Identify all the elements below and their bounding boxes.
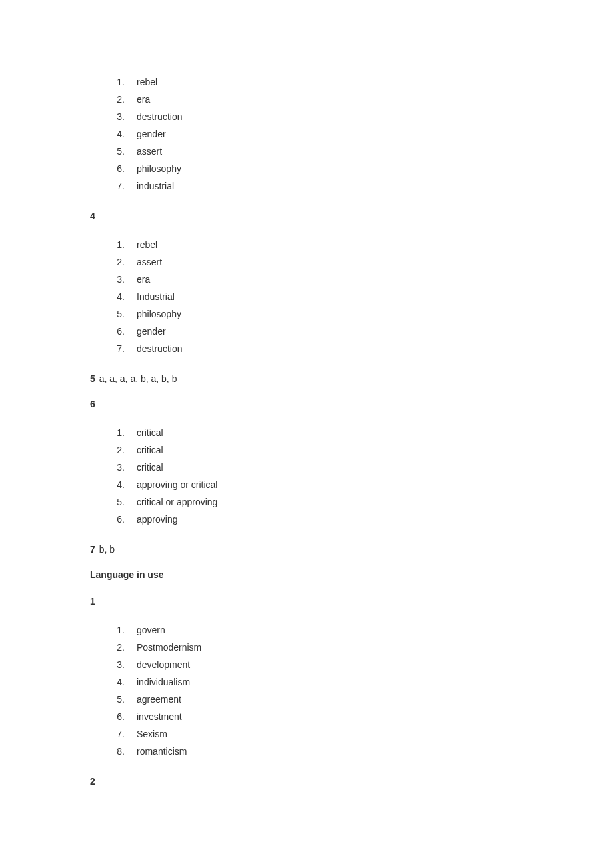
list-item: 4.gender: [90, 125, 523, 143]
item-number: 6.: [90, 163, 137, 174]
item-text: era: [137, 94, 523, 105]
item-text: Industrial: [137, 291, 523, 302]
list-item: 3.era: [90, 271, 523, 288]
item-text: rebel: [137, 77, 523, 87]
item-number: 7.: [90, 729, 137, 739]
list-item: 5.assert: [90, 143, 523, 160]
question-heading-1: 1: [90, 596, 523, 607]
item-text: destruction: [137, 343, 523, 354]
item-text: govern: [137, 625, 523, 635]
item-number: 6.: [90, 711, 137, 722]
answer-text: a, a, a, a, b, a, b, b: [97, 373, 177, 384]
list-item: 1.govern: [90, 621, 523, 639]
item-text: industrial: [137, 181, 523, 191]
list-item: 6.approving: [90, 511, 523, 528]
item-text: assert: [137, 257, 523, 267]
list-item: 7.Sexism: [90, 725, 523, 743]
item-number: 7.: [90, 343, 137, 354]
question-7: 7 b, b: [90, 544, 523, 555]
question-number: 5: [90, 373, 95, 384]
answer-list-3: 1.rebel 2.era 3.destruction 4.gender 5.a…: [90, 73, 523, 195]
list-item: 5.critical or approving: [90, 493, 523, 511]
list-item: 5.agreement: [90, 691, 523, 708]
item-text: gender: [137, 129, 523, 139]
item-number: 3.: [90, 274, 137, 285]
section-title: Language in use: [90, 569, 523, 580]
item-text: investment: [137, 711, 523, 722]
item-number: 3.: [90, 462, 137, 473]
list-item: 1.critical: [90, 424, 523, 441]
question-number: 7: [90, 544, 95, 555]
list-item: 4.individualism: [90, 673, 523, 691]
item-text: Sexism: [137, 729, 523, 739]
list-item: 3.destruction: [90, 108, 523, 125]
list-item: 4.approving or critical: [90, 476, 523, 493]
item-number: 8.: [90, 746, 137, 757]
list-item: 3.critical: [90, 459, 523, 476]
item-text: development: [137, 659, 523, 670]
list-item: 7.industrial: [90, 177, 523, 195]
item-number: 4.: [90, 677, 137, 687]
item-number: 1.: [90, 239, 137, 250]
answer-list-1b: 1.govern 2.Postmodernism 3.development 4…: [90, 621, 523, 760]
item-number: 2.: [90, 445, 137, 455]
item-text: critical: [137, 445, 523, 455]
item-number: 1.: [90, 77, 137, 87]
question-heading-2: 2: [90, 776, 523, 787]
list-item: 2.critical: [90, 441, 523, 459]
item-text: approving or critical: [137, 479, 523, 490]
list-item: 2.assert: [90, 253, 523, 271]
item-number: 1.: [90, 427, 137, 438]
item-number: 6.: [90, 514, 137, 525]
question-5: 5 a, a, a, a, b, a, b, b: [90, 373, 523, 384]
item-text: critical: [137, 427, 523, 438]
answer-text: b, b: [97, 544, 115, 555]
item-number: 4.: [90, 479, 137, 490]
answer-list-4: 1.rebel 2.assert 3.era 4.Industrial 5.ph…: [90, 236, 523, 357]
item-number: 2.: [90, 94, 137, 105]
list-item: 7.destruction: [90, 340, 523, 357]
item-number: 3.: [90, 659, 137, 670]
item-text: philosophy: [137, 163, 523, 174]
item-number: 4.: [90, 291, 137, 302]
item-number: 5.: [90, 497, 137, 507]
list-item: 6.gender: [90, 323, 523, 340]
item-number: 4.: [90, 129, 137, 139]
list-item: 2.Postmodernism: [90, 639, 523, 656]
list-item: 8.romanticism: [90, 743, 523, 760]
item-number: 5.: [90, 694, 137, 705]
item-number: 1.: [90, 625, 137, 635]
item-number: 2.: [90, 257, 137, 267]
list-item: 6.investment: [90, 708, 523, 725]
list-item: 4.Industrial: [90, 288, 523, 305]
list-item: 6.philosophy: [90, 160, 523, 177]
list-item: 1.rebel: [90, 236, 523, 253]
item-text: romanticism: [137, 746, 523, 757]
item-text: era: [137, 274, 523, 285]
item-number: 5.: [90, 309, 137, 319]
item-text: rebel: [137, 239, 523, 250]
document-page: 1.rebel 2.era 3.destruction 4.gender 5.a…: [0, 0, 613, 841]
item-text: assert: [137, 146, 523, 157]
list-item: 3.development: [90, 656, 523, 673]
answer-list-6: 1.critical 2.critical 3.critical 4.appro…: [90, 424, 523, 528]
list-item: 5.philosophy: [90, 305, 523, 323]
question-heading-6: 6: [90, 399, 523, 409]
item-number: 7.: [90, 181, 137, 191]
question-heading-4: 4: [90, 211, 523, 221]
list-item: 1.rebel: [90, 73, 523, 91]
item-number: 6.: [90, 326, 137, 337]
item-text: approving: [137, 514, 523, 525]
item-text: agreement: [137, 694, 523, 705]
item-number: 3.: [90, 111, 137, 122]
item-text: destruction: [137, 111, 523, 122]
item-number: 5.: [90, 146, 137, 157]
item-text: critical: [137, 462, 523, 473]
item-text: individualism: [137, 677, 523, 687]
item-text: philosophy: [137, 309, 523, 319]
item-text: gender: [137, 326, 523, 337]
list-item: 2.era: [90, 91, 523, 108]
item-text: critical or approving: [137, 497, 523, 507]
item-number: 2.: [90, 642, 137, 653]
item-text: Postmodernism: [137, 642, 523, 653]
